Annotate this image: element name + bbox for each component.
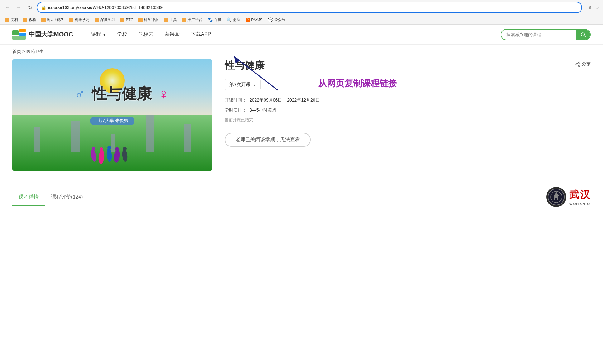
svg-point-10 <box>113 149 121 163</box>
status-text: 当前开课已结束 <box>225 117 253 123</box>
bookmark-folder-icon <box>95 18 99 22</box>
forward-button[interactable]: → <box>14 3 23 12</box>
tabs-bar: 课程详情 课程评价(124) 武汉 WU <box>12 187 591 207</box>
bookmark-tools[interactable]: 工具 <box>162 17 179 23</box>
bookmark-folder-icon <box>5 18 9 22</box>
session-selector[interactable]: 第7次开课 ∨ <box>225 79 261 90</box>
search-button[interactable] <box>576 29 590 40</box>
share-button[interactable]: 分享 <box>575 61 591 67</box>
session-arrow-icon: ∨ <box>253 82 256 87</box>
breadcrumb-current: 医药卫生 <box>26 49 44 54</box>
svg-point-11 <box>115 147 119 151</box>
search-input[interactable] <box>501 32 576 37</box>
bookmark-label: 科学冲浪 <box>144 17 159 22</box>
svg-line-17 <box>577 65 578 65</box>
annotation-text: 从网页复制课程链接 <box>318 78 397 89</box>
date-value: 2022年09月06日 ~ 2022年12月20日 <box>250 97 320 103</box>
cover-title-text: 性与健康 <box>92 84 152 104</box>
hours-value: 3—5小时每周 <box>250 107 276 113</box>
nav-cloud[interactable]: 学校云 <box>133 25 159 45</box>
url-bar[interactable]: 🔒 <box>37 2 582 13</box>
cover-inner: ♂ 性与健康 ♀ 武汉大学 朱俊男 <box>12 59 212 171</box>
info-row-hours: 学时安排： 3—5小时每周 <box>225 107 591 113</box>
cover-figures <box>87 146 137 168</box>
bookmark-label: Spark资料 <box>47 17 64 22</box>
nav-school[interactable]: 学校 <box>112 25 133 45</box>
course-title-area: 性与健康 分享 <box>225 59 591 73</box>
svg-rect-2 <box>19 33 26 36</box>
bookmark-folder-icon <box>41 18 46 22</box>
svg-point-5 <box>92 147 95 151</box>
svg-point-16 <box>578 65 580 67</box>
nav-course[interactable]: 课程 ▼ <box>85 25 112 45</box>
seal-icon <box>547 188 565 206</box>
url-input[interactable] <box>48 5 578 10</box>
bookmark-payjs[interactable]: 🅿 PAYJS <box>244 17 264 23</box>
nav-mooc[interactable]: 慕课堂 <box>159 25 185 45</box>
bookmark-label: 教程 <box>29 17 36 22</box>
browser-chrome: ← → ↻ 🔒 ⇧ ☆ 文档 教程 Spark资料 机器学习 <box>0 0 603 25</box>
nav-arrow-icon: ▼ <box>102 32 106 37</box>
university-logo-area: 武汉 WUHAN U <box>546 187 591 207</box>
info-row-status: 当前开课已结束 <box>225 117 591 123</box>
hours-label: 学时安排： <box>225 107 250 113</box>
svg-rect-3 <box>12 36 26 40</box>
bookmark-label: BTC <box>126 18 133 22</box>
logo-icon <box>12 29 26 40</box>
payjs-icon: 🅿 <box>246 17 250 22</box>
university-name: 武汉 WUHAN U <box>569 188 591 206</box>
url-actions: ⇧ ☆ <box>587 4 600 11</box>
date-label: 开课时间： <box>225 97 250 103</box>
bookmark-wechat[interactable]: 💬 公众号 <box>266 17 287 23</box>
site-nav: 课程 ▼ 学校 学校云 慕课堂 下载APP <box>85 25 216 45</box>
bookmark-label: 推广平台 <box>187 17 202 22</box>
logo-area[interactable]: 中国大学MOOC <box>12 29 73 40</box>
bookmark-label: 深度学习 <box>100 17 115 22</box>
site-logo-text: 中国大学MOOC <box>29 30 73 39</box>
bookmark-folder-icon <box>120 18 124 22</box>
share-icon <box>575 61 581 67</box>
search-icon <box>580 31 586 38</box>
bookmark-bing[interactable]: 🔍 必应 <box>225 17 242 23</box>
course-info: 性与健康 分享 第7次开课 ∨ 开课时间： 2022年09月06日 ~ 2022… <box>225 59 591 171</box>
refresh-button[interactable]: ↻ <box>26 3 34 12</box>
bookmark-kxcl[interactable]: 科学冲浪 <box>136 17 161 23</box>
breadcrumb-separator: > <box>22 49 26 54</box>
bookmark-dl[interactable]: 深度学习 <box>93 17 117 23</box>
search-area <box>501 29 591 40</box>
svg-line-18 <box>577 63 578 64</box>
svg-point-4 <box>90 149 97 162</box>
bookmark-jiaocheng[interactable]: 教程 <box>21 17 38 23</box>
lock-icon: 🔒 <box>41 5 46 10</box>
tab-course-review[interactable]: 课程评价(124) <box>45 189 89 205</box>
svg-rect-0 <box>12 30 19 35</box>
bookmark-baidu[interactable]: 🐾 百度 <box>206 17 223 23</box>
tabs-section: 课程详情 课程评价(124) 武汉 WU <box>0 187 603 207</box>
wechat-icon: 💬 <box>268 17 273 22</box>
bookmark-tgpt[interactable]: 推广平台 <box>180 17 204 23</box>
bookmark-btc[interactable]: BTC <box>118 17 135 23</box>
svg-point-12 <box>122 149 128 162</box>
bookmark-spark[interactable]: Spark资料 <box>39 17 66 23</box>
nav-app[interactable]: 下载APP <box>185 25 216 45</box>
breadcrumb-home[interactable]: 首页 <box>12 49 21 54</box>
bookmark-wendang[interactable]: 文档 <box>3 17 20 23</box>
bookmark-folder-icon <box>23 18 27 22</box>
back-button[interactable]: ← <box>3 3 12 12</box>
website-container: 中国大学MOOC 课程 ▼ 学校 学校云 慕课堂 下载APP <box>0 25 603 305</box>
svg-point-14 <box>578 62 580 64</box>
bookmark-folder-icon <box>182 18 186 22</box>
tab-course-detail[interactable]: 课程详情 <box>12 189 45 205</box>
bookmark-button[interactable]: ☆ <box>594 4 600 11</box>
bookmark-folder-icon <box>138 18 143 22</box>
action-button[interactable]: 老师已关闭该学期，无法查看 <box>225 133 311 147</box>
session-label: 第7次开课 <box>229 82 250 88</box>
svg-point-6 <box>98 150 105 164</box>
bookmark-ml[interactable]: 机器学习 <box>67 17 91 23</box>
cover-title-area: ♂ 性与健康 ♀ <box>74 84 169 104</box>
info-row-date: 开课时间： 2022年09月06日 ~ 2022年12月20日 <box>225 97 591 103</box>
bookmark-label: 工具 <box>169 17 177 22</box>
bookmarks-bar: 文档 教程 Spark资料 机器学习 深度学习 BTC 科学冲浪 工具 <box>0 15 603 24</box>
svg-rect-24 <box>554 195 559 196</box>
share-url-button[interactable]: ⇧ <box>587 4 592 11</box>
